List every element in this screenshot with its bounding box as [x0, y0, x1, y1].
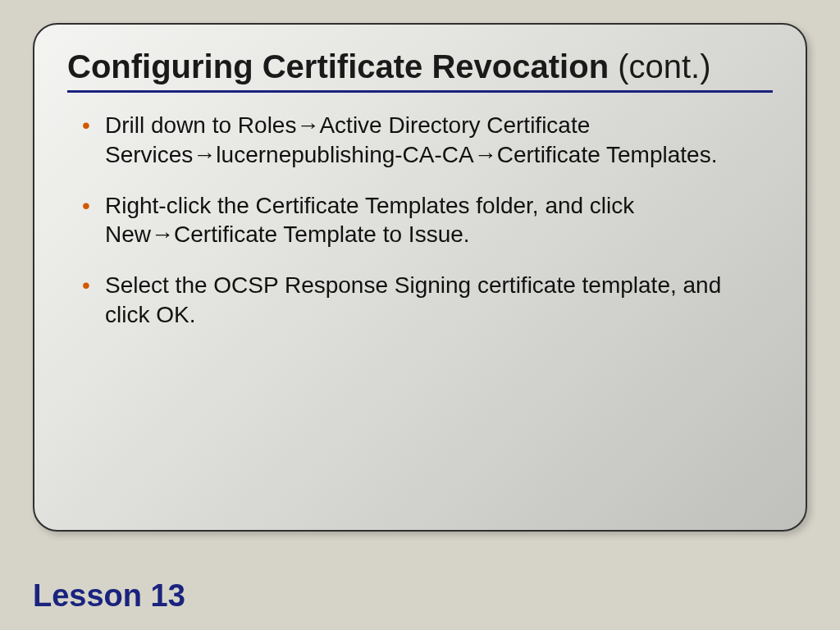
list-item: Right-click the Certificate Templates fo…: [82, 191, 765, 250]
list-item: Select the OCSP Response Signing certifi…: [82, 271, 765, 330]
list-item: Drill down to Roles→Active Directory Cer…: [82, 111, 765, 170]
bullet-text: Select the OCSP Response Signing certifi…: [105, 272, 721, 327]
slide-title-main: Configuring Certificate Revocation: [67, 48, 609, 84]
slide-card: Configuring Certificate Revocation (cont…: [33, 23, 807, 532]
lesson-label: Lesson 13: [33, 578, 185, 614]
bullet-text: Right-click the Certificate Templates fo…: [105, 193, 634, 248]
slide-title: Configuring Certificate Revocation (cont…: [67, 48, 773, 85]
bullet-text: Drill down to Roles→Active Directory Cer…: [105, 112, 717, 167]
slide-title-suffix: (cont.): [609, 48, 710, 84]
bullet-list: Drill down to Roles→Active Directory Cer…: [67, 111, 773, 330]
title-divider: [67, 90, 773, 93]
